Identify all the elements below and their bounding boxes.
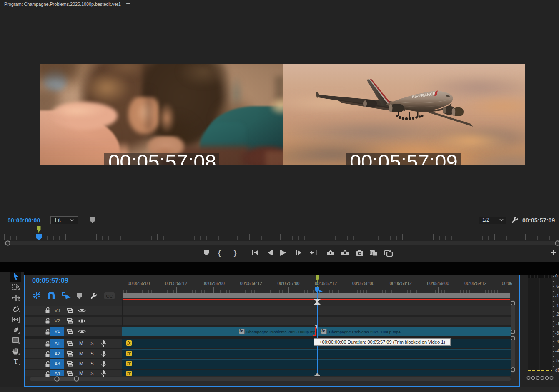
- svg-text:T: T: [14, 357, 18, 365]
- svg-text:{: {: [218, 249, 221, 257]
- svg-text:}: }: [234, 249, 237, 257]
- svg-text:CC: CC: [106, 294, 113, 299]
